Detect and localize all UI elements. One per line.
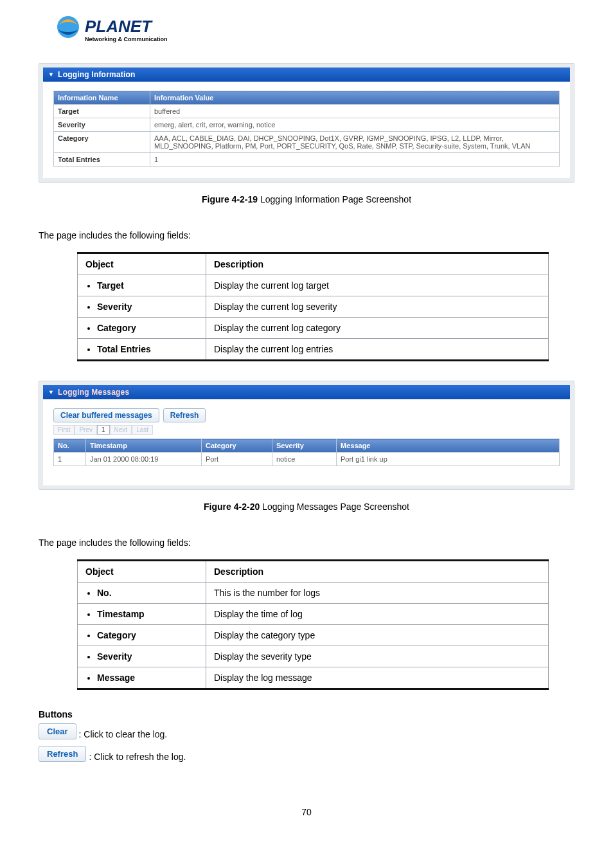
col-timestamp: Timestamp xyxy=(86,439,202,453)
table-row: Target buffered xyxy=(54,105,560,118)
brand-wordmark: PLANET xyxy=(85,17,153,36)
col-category: Category xyxy=(202,439,272,453)
info-name: Severity xyxy=(54,118,150,132)
logging-info-table: Information Name Information Value Targe… xyxy=(53,91,560,167)
info-name: Category xyxy=(54,132,150,153)
page-number: 70 xyxy=(39,807,574,817)
section-title: Logging Information xyxy=(58,70,135,79)
clear-buffered-button[interactable]: Clear buffered messages xyxy=(53,408,159,422)
table-row: TimestampDisplay the time of log xyxy=(78,604,549,625)
col-object: Object xyxy=(78,561,206,583)
info-name: Total Entries xyxy=(54,153,150,167)
pager: First Prev 1 Next Last xyxy=(53,425,570,435)
refresh-button[interactable]: Refresh xyxy=(163,408,206,422)
messages-table: No. Timestamp Category Severity Message … xyxy=(53,439,560,466)
clear-desc: : Click to clear the log. xyxy=(79,729,168,739)
pager-next[interactable]: Next xyxy=(110,425,132,435)
figure-caption-2: Figure 4-2-20 Logging Messages Page Scre… xyxy=(39,502,574,512)
col-no: No. xyxy=(54,439,86,453)
col-message: Message xyxy=(337,439,560,453)
logging-information-panel: ▼ Logging Information Information Name I… xyxy=(39,63,574,183)
table-row: MessageDisplay the log message xyxy=(78,667,549,689)
pager-first[interactable]: First xyxy=(53,425,75,435)
info-value: emerg, alert, crit, error, warning, noti… xyxy=(150,118,560,132)
col-severity: Severity xyxy=(272,439,337,453)
refresh-button-doc[interactable]: Refresh xyxy=(39,746,86,762)
table-row: No.This is the number for logs xyxy=(78,583,549,604)
table-row: Severity emerg, alert, crit, error, warn… xyxy=(54,118,560,132)
cell-sev: notice xyxy=(272,453,337,466)
logging-messages-panel: ▼ Logging Messages Clear buffered messag… xyxy=(39,381,574,490)
table-row: CategoryDisplay the category type xyxy=(78,625,549,646)
col-value-header: Information Value xyxy=(150,91,560,105)
info-value: 1 xyxy=(150,153,560,167)
col-name-header: Information Name xyxy=(54,91,150,105)
table-row: Category AAA, ACL, CABLE_DIAG, DAI, DHCP… xyxy=(54,132,560,153)
caret-down-icon: ▼ xyxy=(48,389,54,395)
col-description: Description xyxy=(206,253,549,275)
table-row: Total EntriesDisplay the current log ent… xyxy=(78,339,549,361)
cell-ts: Jan 01 2000 08:00:19 xyxy=(86,453,202,466)
buttons-section: Buttons Clear : Click to clear the log. … xyxy=(39,709,574,762)
caret-down-icon: ▼ xyxy=(48,71,54,78)
col-object: Object xyxy=(78,253,206,275)
refresh-desc: : Click to refresh the log. xyxy=(89,752,186,762)
info-value: AAA, ACL, CABLE_DIAG, DAI, DHCP_SNOOPING… xyxy=(150,132,560,153)
info-value: buffered xyxy=(150,105,560,118)
table-row: SeverityDisplay the current log severity xyxy=(78,296,549,318)
figure-caption-1: Figure 4-2-19 Logging Information Page S… xyxy=(39,194,574,204)
section-title: Logging Messages xyxy=(58,388,129,397)
clear-button[interactable]: Clear xyxy=(39,723,76,739)
fields-intro-1: The page includes the following fields: xyxy=(39,230,574,240)
table-row: CategoryDisplay the current log category xyxy=(78,318,549,339)
fields-intro-2: The page includes the following fields: xyxy=(39,538,574,548)
cell-no: 1 xyxy=(54,453,86,466)
cell-msg: Port gi1 link up xyxy=(337,453,560,466)
buttons-heading: Buttons xyxy=(39,709,574,719)
section-header-logging-messages[interactable]: ▼ Logging Messages xyxy=(43,385,570,399)
pager-prev[interactable]: Prev xyxy=(75,425,97,435)
cell-cat: Port xyxy=(202,453,272,466)
fields-table-2: Object Description No.This is the number… xyxy=(77,559,549,690)
fields-table-1: Object Description TargetDisplay the cur… xyxy=(77,252,549,361)
info-name: Target xyxy=(54,105,150,118)
pager-current[interactable]: 1 xyxy=(97,425,110,435)
brand-logo: PLANET Networking & Communication xyxy=(51,13,574,50)
table-row: Total Entries 1 xyxy=(54,153,560,167)
table-row: SeverityDisplay the severity type xyxy=(78,646,549,667)
table-row: TargetDisplay the current log target xyxy=(78,275,549,296)
table-row: 1 Jan 01 2000 08:00:19 Port notice Port … xyxy=(54,453,560,466)
brand-tagline: Networking & Communication xyxy=(85,36,168,42)
pager-last[interactable]: Last xyxy=(132,425,153,435)
section-header-logging-info[interactable]: ▼ Logging Information xyxy=(43,68,570,82)
col-description: Description xyxy=(206,561,549,583)
